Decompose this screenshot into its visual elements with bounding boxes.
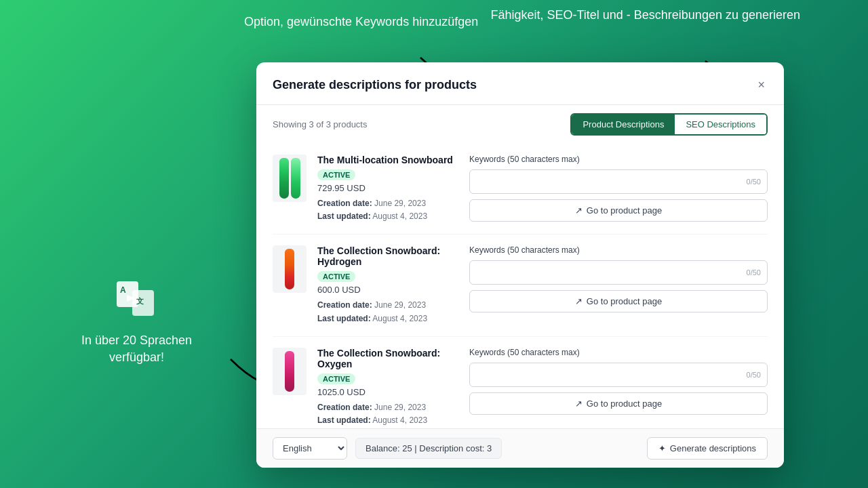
tab-product-descriptions[interactable]: Product Descriptions bbox=[572, 115, 675, 134]
modal-title: Generate descriptions for products bbox=[273, 78, 477, 92]
generate-descriptions-button[interactable]: ✦ Generate descriptions bbox=[647, 437, 768, 460]
sparkle-icon: ✦ bbox=[658, 443, 666, 453]
keywords-input-wrapper-2: 0/50 bbox=[469, 260, 768, 285]
table-row: The Collection Snowboard: Oxygen ACTIVE … bbox=[273, 337, 768, 428]
modal-header: Generate descriptions for products × bbox=[256, 62, 784, 105]
char-count-1: 0/50 bbox=[747, 178, 761, 186]
status-badge-1: ACTIVE bbox=[317, 169, 355, 180]
annotation-keywords: Option, gewünschte Keywords hinzuzüfgen bbox=[244, 14, 478, 30]
footer-left: English Deutsch Français Español Italian… bbox=[273, 437, 502, 460]
keywords-input-1[interactable] bbox=[469, 169, 768, 194]
language-select[interactable]: English Deutsch Français Español Italian… bbox=[273, 437, 347, 460]
modal-footer: English Deutsch Français Español Italian… bbox=[256, 428, 784, 468]
translation-feature-callout: A 文 In über 20 Sprachen verfügbar! bbox=[81, 278, 192, 366]
product-name-2: The Collection Snowboard: Hydrogen bbox=[317, 245, 458, 267]
product-name-1: The Multi-location Snowboard bbox=[317, 155, 458, 165]
char-count-2: 0/50 bbox=[747, 268, 761, 277]
keywords-label-2: Keywords (50 characters max) bbox=[469, 245, 768, 255]
product-meta-3: Creation date: June 29, 2023 Last update… bbox=[317, 401, 458, 427]
translation-icon: A 文 bbox=[81, 278, 192, 327]
modal-toolbar: Showing 3 of 3 products Product Descript… bbox=[256, 105, 784, 144]
table-row: The Collection Snowboard: Hydrogen ACTIV… bbox=[273, 235, 768, 336]
annotation-seo: Fähigkeit, SEO-Titel und - Beschreibunge… bbox=[490, 7, 800, 24]
keywords-label-1: Keywords (50 characters max) bbox=[469, 155, 768, 164]
product-keywords-3: Keywords (50 characters max) 0/50 ↗ Go t… bbox=[469, 348, 768, 415]
product-image-3 bbox=[273, 348, 307, 395]
product-price-1: 729.95 USD bbox=[317, 183, 458, 193]
product-image-1 bbox=[273, 155, 307, 202]
status-badge-2: ACTIVE bbox=[317, 271, 355, 282]
translation-label: In über 20 Sprachen verfügbar! bbox=[81, 332, 192, 366]
product-price-2: 600.0 USD bbox=[317, 285, 458, 295]
product-image-2 bbox=[273, 245, 307, 293]
svg-text:文: 文 bbox=[136, 297, 144, 305]
balance-info: Balance: 25 | Description cost: 3 bbox=[355, 438, 502, 459]
product-info-1: The Multi-location Snowboard ACTIVE 729.… bbox=[317, 155, 458, 223]
keywords-input-3[interactable] bbox=[469, 363, 768, 387]
product-name-3: The Collection Snowboard: Oxygen bbox=[317, 348, 458, 369]
goto-product-2[interactable]: ↗ Go to product page bbox=[469, 290, 768, 312]
keywords-label-3: Keywords (50 characters max) bbox=[469, 348, 768, 357]
table-row: The Multi-location Snowboard ACTIVE 729.… bbox=[273, 144, 768, 235]
external-link-icon-2: ↗ bbox=[575, 296, 583, 306]
product-info-3: The Collection Snowboard: Oxygen ACTIVE … bbox=[317, 348, 458, 427]
showing-count: Showing 3 of 3 products bbox=[273, 119, 367, 129]
product-keywords-1: Keywords (50 characters max) 0/50 ↗ Go t… bbox=[469, 155, 768, 222]
close-button[interactable]: × bbox=[755, 76, 768, 94]
generate-descriptions-modal: Generate descriptions for products × Sho… bbox=[256, 62, 784, 468]
goto-product-1[interactable]: ↗ Go to product page bbox=[469, 199, 768, 222]
product-price-3: 1025.0 USD bbox=[317, 387, 458, 397]
char-count-3: 0/50 bbox=[747, 371, 761, 379]
tab-seo-descriptions[interactable]: SEO Descriptions bbox=[675, 115, 766, 134]
svg-text:A: A bbox=[120, 285, 126, 295]
product-keywords-2: Keywords (50 characters max) 0/50 ↗ Go t… bbox=[469, 245, 768, 312]
keywords-input-wrapper-3: 0/50 bbox=[469, 363, 768, 387]
product-list: The Multi-location Snowboard ACTIVE 729.… bbox=[256, 144, 784, 428]
keywords-input-2[interactable] bbox=[469, 260, 768, 285]
goto-product-3[interactable]: ↗ Go to product page bbox=[469, 392, 768, 415]
product-info-2: The Collection Snowboard: Hydrogen ACTIV… bbox=[317, 245, 458, 325]
external-link-icon-1: ↗ bbox=[575, 205, 583, 216]
description-type-tabs: Product Descriptions SEO Descriptions bbox=[570, 113, 768, 136]
status-badge-3: ACTIVE bbox=[317, 373, 355, 384]
keywords-input-wrapper-1: 0/50 bbox=[469, 169, 768, 194]
product-meta-1: Creation date: June 29, 2023 Last update… bbox=[317, 197, 458, 223]
external-link-icon-3: ↗ bbox=[575, 399, 583, 409]
product-meta-2: Creation date: June 29, 2023 Last update… bbox=[317, 299, 458, 325]
